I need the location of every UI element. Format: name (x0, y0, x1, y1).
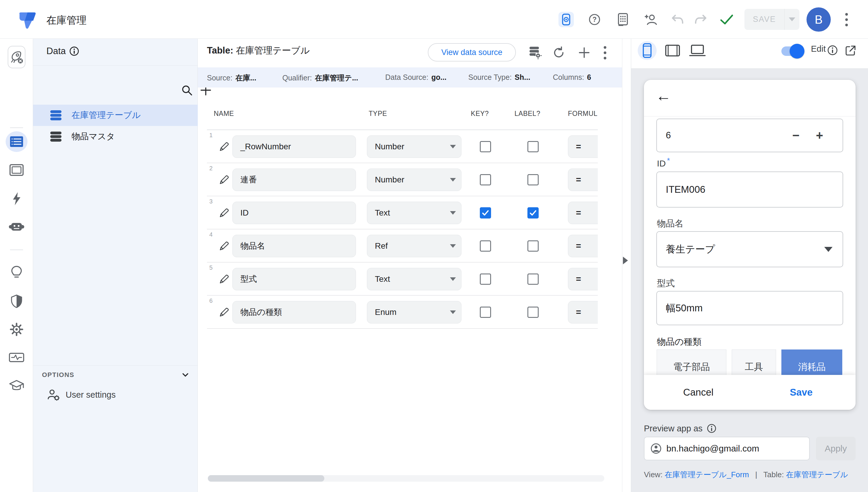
key-checkbox[interactable] (480, 141, 491, 152)
table-list-item-selected[interactable]: 在庫管理テーブル (33, 105, 198, 126)
user-settings-item[interactable]: User settings (47, 389, 116, 401)
table-row: 4 物品名 Ref = (207, 229, 598, 263)
model-field-label: 型式 (657, 277, 675, 290)
data-source-settings-icon[interactable] (527, 44, 543, 61)
column-type-select[interactable]: Enum (367, 301, 462, 323)
edit-pencil-icon[interactable] (219, 241, 229, 251)
column-type-select[interactable]: Number (367, 169, 462, 191)
sidebar-item-automation[interactable] (8, 219, 25, 233)
chevron-down-icon (181, 370, 190, 379)
edit-pencil-icon[interactable] (219, 207, 229, 218)
key-checkbox[interactable] (480, 306, 491, 318)
label-checkbox[interactable] (527, 141, 539, 152)
edit-pencil-icon[interactable] (219, 141, 229, 152)
preview-app-as-label: Preview app as (644, 423, 717, 434)
key-checkbox[interactable] (480, 240, 491, 252)
stepper-minus-button[interactable]: − (788, 119, 804, 152)
scrollbar-thumb[interactable] (208, 475, 324, 482)
column-type-select[interactable]: Ref (367, 235, 462, 257)
appsheet-logo-icon[interactable] (18, 9, 36, 30)
edit-pencil-icon[interactable] (219, 174, 229, 185)
col-header-key: KEY? (467, 110, 493, 118)
model-input[interactable]: 幅50mm (656, 291, 843, 325)
app-preview-card: ← 6 − + ID* ITEM006 物品名 養生テープ 型式 幅50mm 物… (644, 80, 855, 410)
refresh-icon[interactable] (550, 44, 567, 61)
formula-box[interactable]: = (568, 268, 598, 290)
add-user-icon[interactable] (643, 12, 659, 27)
sidebar-item-learn[interactable] (8, 379, 25, 393)
key-checkbox[interactable] (480, 207, 491, 219)
edit-pencil-icon[interactable] (219, 307, 229, 318)
column-name-input[interactable]: 物品の種類 (232, 301, 356, 323)
label-checkbox[interactable] (527, 306, 539, 318)
sidebar-item-settings[interactable] (8, 322, 25, 337)
table-list-item[interactable]: 物品マスタ (33, 126, 198, 147)
id-input[interactable]: ITEM006 (656, 172, 843, 207)
column-name-input[interactable]: 連番 (232, 169, 356, 191)
stepper-plus-button[interactable]: + (811, 119, 828, 152)
save-dropdown-caret-icon[interactable] (785, 18, 799, 21)
horizontal-scrollbar[interactable] (208, 475, 604, 482)
info-icon[interactable] (706, 423, 717, 434)
label-checkbox[interactable] (527, 207, 539, 219)
label-checkbox[interactable] (527, 273, 539, 285)
table-more-icon[interactable] (597, 44, 613, 61)
column-name-input[interactable]: 型式 (232, 268, 356, 290)
undo-icon[interactable] (670, 12, 685, 27)
device-phone-button[interactable] (638, 41, 656, 60)
more-vert-icon[interactable] (841, 12, 852, 27)
options-section-header[interactable]: OPTIONS (42, 370, 190, 379)
key-checkbox[interactable] (480, 174, 491, 186)
sidebar-item-data[interactable] (6, 131, 27, 152)
search-icon[interactable] (180, 84, 195, 98)
edit-toggle[interactable] (782, 46, 803, 56)
column-type-select[interactable]: Text (367, 268, 462, 290)
apply-button[interactable]: Apply (816, 437, 855, 460)
column-type-select[interactable]: Text (367, 202, 462, 224)
sidebar-item-actions[interactable] (8, 192, 25, 206)
view-link[interactable]: 在庫管理テーブル_Form (665, 470, 749, 479)
panel-collapse-arrow-icon[interactable] (623, 257, 628, 264)
column-type-select[interactable]: Number (367, 136, 462, 158)
avatar[interactable]: B (807, 7, 831, 32)
info-icon[interactable] (69, 46, 79, 56)
formula-box[interactable]: = (568, 136, 598, 158)
app-preview-icon[interactable] (559, 12, 574, 27)
save-form-button[interactable]: Save (757, 375, 845, 410)
info-icon[interactable] (827, 45, 838, 56)
label-checkbox[interactable] (527, 240, 539, 252)
device-keypad-icon[interactable] (615, 12, 630, 27)
device-desktop-button[interactable] (688, 41, 707, 60)
sidebar-item-manage[interactable] (8, 350, 25, 365)
edit-pencil-icon[interactable] (219, 274, 229, 285)
table-link[interactable]: 在庫管理テーブル (786, 470, 848, 479)
column-name-input[interactable]: 物品名 (232, 235, 356, 257)
formula-box[interactable]: = (568, 235, 598, 257)
device-tablet-button[interactable] (663, 41, 682, 60)
label-checkbox[interactable] (527, 174, 539, 186)
sidebar-item-views[interactable] (8, 163, 25, 177)
column-name-input[interactable]: ID (232, 202, 356, 224)
sidebar-item-security[interactable] (8, 294, 25, 309)
formula-box[interactable]: = (568, 202, 598, 224)
save-button[interactable]: SAVE (744, 9, 799, 30)
data-source-field: Data Source:go... (385, 73, 446, 82)
sidebar-item-intelligence[interactable] (8, 265, 25, 279)
item-name-dropdown[interactable]: 養生テープ (656, 231, 843, 267)
caret-down-icon (450, 211, 456, 215)
cancel-button[interactable]: Cancel (654, 375, 743, 410)
preview-email-input[interactable]: bn.hachigo@gmail.com (644, 437, 810, 460)
back-arrow-icon[interactable]: ← (656, 88, 671, 103)
column-name-input[interactable]: _RowNumber (232, 136, 356, 158)
caret-down-icon (450, 277, 456, 281)
formula-box[interactable]: = (568, 169, 598, 191)
redo-icon[interactable] (693, 12, 708, 27)
formula-box[interactable]: = (568, 301, 598, 323)
help-icon[interactable]: ? (587, 12, 602, 27)
view-data-source-button[interactable]: View data source (428, 43, 516, 62)
sidebar-item-launch[interactable] (8, 46, 25, 68)
key-checkbox[interactable] (480, 273, 491, 285)
email-value: bn.hachigo@gmail.com (666, 443, 759, 453)
open-in-new-icon[interactable] (845, 45, 857, 56)
add-column-icon[interactable] (576, 44, 593, 61)
